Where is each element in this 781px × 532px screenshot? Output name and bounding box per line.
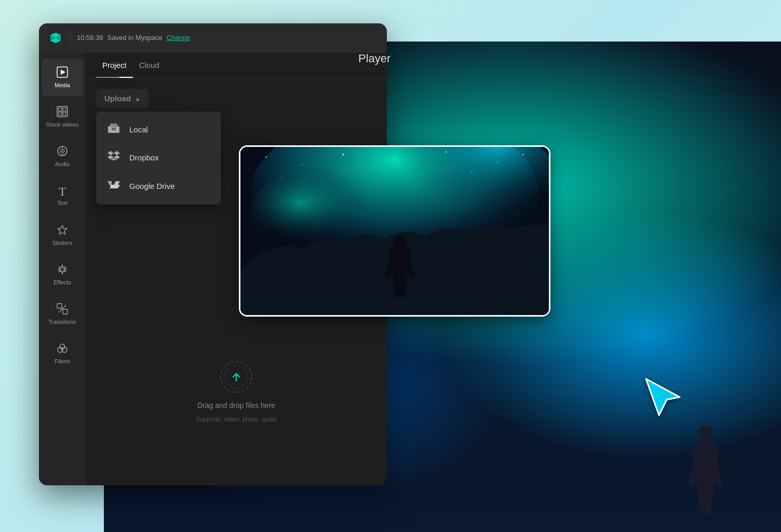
upload-local-option[interactable]: Local (96, 116, 221, 143)
upload-menu: Local (96, 112, 221, 204)
player-aurora-image (240, 147, 549, 315)
media-icon (57, 66, 68, 80)
app-logo (47, 30, 64, 46)
svg-rect-21 (59, 108, 62, 111)
sidebar-item-transitions[interactable]: Transitions (42, 295, 83, 333)
svg-line-33 (59, 305, 66, 312)
dropbox-icon (106, 151, 121, 165)
sidebar-item-stock-videos[interactable]: Stock videos (42, 98, 83, 135)
dropbox-label: Dropbox (129, 153, 159, 162)
player-label: Player (358, 52, 390, 65)
text-icon: T (59, 185, 66, 198)
logo-icon (48, 31, 63, 45)
svg-point-13 (472, 172, 473, 173)
effects-icon (57, 264, 68, 277)
svg-rect-39 (112, 128, 116, 130)
upload-google-drive-option[interactable]: Google Drive (96, 172, 221, 200)
svg-marker-16 (646, 379, 680, 415)
sidebar-item-label-effects: Effects (53, 279, 71, 285)
google-drive-icon (106, 179, 121, 193)
google-drive-label: Google Drive (129, 182, 175, 190)
sidebar-item-label-text: Text (57, 200, 68, 206)
sidebar-item-label-stock: Stock videos (46, 121, 78, 128)
svg-point-27 (62, 151, 63, 152)
svg-marker-19 (61, 70, 65, 75)
svg-point-9 (446, 152, 447, 153)
upload-arrow-icon (229, 370, 244, 384)
stickers-icon (57, 224, 68, 238)
svg-point-14 (420, 174, 421, 175)
sidebar-item-text[interactable]: T Text (42, 177, 83, 214)
stock-videos-icon (57, 106, 68, 119)
title-saved: Saved in Myspace (107, 34, 163, 42)
player-image-frame (239, 145, 550, 317)
sidebar-item-media[interactable]: Media (42, 59, 83, 96)
svg-rect-32 (63, 309, 68, 314)
svg-rect-24 (63, 112, 66, 115)
title-divider (70, 32, 71, 44)
sidebar: Media Stock videos (39, 52, 86, 485)
svg-marker-30 (58, 225, 67, 235)
sidebar-item-filters[interactable]: Filters (42, 335, 83, 372)
drop-zone: Drag and drop files here Supports: video… (96, 328, 376, 454)
svg-point-7 (343, 154, 344, 155)
sidebar-item-label-filters: Filters (55, 358, 70, 364)
local-icon (106, 123, 121, 136)
sidebar-item-label-audio: Audio (55, 161, 70, 167)
svg-rect-38 (110, 124, 117, 127)
upload-chevron: ▲ (135, 96, 141, 102)
local-label: Local (129, 125, 148, 134)
svg-rect-31 (57, 304, 62, 308)
sidebar-item-label-transitions: Transitions (48, 319, 76, 325)
svg-point-10 (497, 161, 498, 162)
svg-point-0 (698, 425, 713, 440)
svg-point-11 (522, 154, 523, 155)
tab-project[interactable]: Project (96, 52, 133, 78)
svg-point-5 (265, 156, 266, 157)
background-person (682, 423, 729, 516)
upload-button[interactable]: Upload ▲ (96, 89, 149, 108)
upload-dropdown: Upload ▲ (96, 89, 149, 108)
title-change-link[interactable]: Change (167, 34, 191, 42)
cursor-arrow (643, 376, 690, 418)
sidebar-item-label-media: Media (55, 82, 70, 88)
aurora-svg (240, 147, 549, 315)
drop-zone-subtext: Supports: video, photo, audio (196, 416, 277, 423)
svg-point-12 (281, 177, 282, 178)
audio-icon (57, 145, 68, 159)
svg-point-6 (302, 164, 303, 165)
transitions-icon (57, 303, 68, 317)
svg-rect-23 (59, 112, 62, 115)
tab-cloud[interactable]: Cloud (133, 52, 166, 78)
sidebar-item-stickers[interactable]: Stickers (42, 216, 83, 254)
title-bar: 10:56:39 Saved in Myspace Change (39, 23, 387, 52)
sidebar-item-effects[interactable]: Effects (42, 256, 83, 293)
svg-rect-22 (63, 108, 66, 111)
upload-dropbox-option[interactable]: Dropbox (96, 143, 221, 172)
drop-zone-text: Drag and drop files here (197, 401, 275, 410)
title-info: 10:56:39 Saved in Myspace Change (77, 34, 190, 42)
sidebar-item-audio[interactable]: Audio (42, 138, 83, 175)
title-time: 10:56:39 (77, 34, 103, 42)
tabs-bar: Project Cloud (86, 52, 387, 78)
drop-zone-icon (218, 359, 254, 395)
sidebar-item-label-stickers: Stickers (52, 240, 72, 246)
svg-point-8 (394, 159, 395, 160)
filters-icon (57, 343, 68, 356)
upload-label: Upload (104, 94, 131, 103)
